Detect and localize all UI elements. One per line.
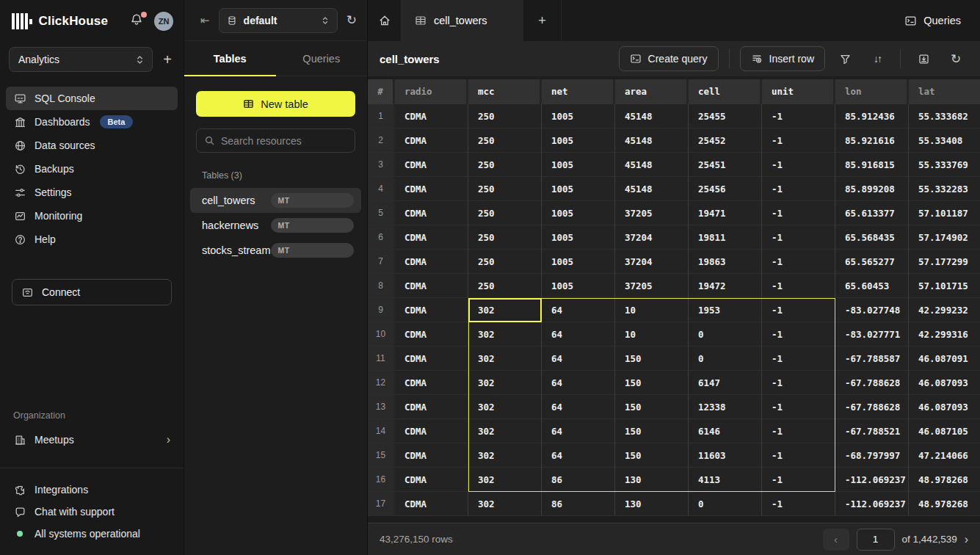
cell[interactable]: 55.333682 bbox=[909, 104, 980, 128]
row-number[interactable]: 2 bbox=[368, 128, 395, 153]
workspace-selector[interactable]: Analytics bbox=[9, 47, 153, 72]
cell[interactable]: 11603 bbox=[689, 443, 762, 468]
cell[interactable]: -1 bbox=[762, 274, 835, 298]
search-resources-input[interactable]: Search resources bbox=[196, 128, 355, 153]
cell[interactable]: 10 bbox=[615, 322, 689, 347]
cell[interactable]: 1005 bbox=[542, 274, 615, 298]
row-number[interactable]: 7 bbox=[368, 250, 395, 274]
sort-button[interactable]: ↓↑ bbox=[865, 46, 890, 71]
column-header-lon[interactable]: lon bbox=[835, 79, 909, 104]
add-workspace-button[interactable]: + bbox=[163, 51, 172, 68]
cell[interactable]: CDMA bbox=[395, 128, 468, 153]
new-table-button[interactable]: New table bbox=[196, 91, 355, 117]
cell[interactable]: 25452 bbox=[689, 128, 762, 153]
cell[interactable]: 46.087093 bbox=[909, 395, 980, 419]
column-header-radio[interactable]: radio bbox=[395, 79, 468, 104]
row-number[interactable]: 1 bbox=[368, 104, 395, 128]
cell[interactable]: -1 bbox=[762, 250, 835, 274]
cell[interactable]: 85.921616 bbox=[835, 128, 909, 153]
cell[interactable]: 86 bbox=[542, 492, 615, 516]
cell[interactable]: CDMA bbox=[395, 153, 468, 177]
cell[interactable]: 57.101187 bbox=[909, 201, 980, 225]
cell[interactable]: -83.027748 bbox=[835, 298, 909, 322]
tab-queries[interactable]: Queries bbox=[276, 41, 368, 76]
sidebar-item-dashboards[interactable]: Dashboards Beta bbox=[6, 110, 178, 134]
cell[interactable]: -1 bbox=[762, 298, 835, 322]
database-selector[interactable]: default bbox=[219, 8, 338, 33]
cell[interactable]: 64 bbox=[542, 322, 615, 347]
cell[interactable]: 42.299232 bbox=[909, 298, 980, 322]
row-number[interactable]: 8 bbox=[368, 274, 395, 298]
cell[interactable]: 55.332283 bbox=[909, 177, 980, 201]
cell[interactable]: 55.333769 bbox=[909, 153, 980, 177]
cell[interactable]: -67.788587 bbox=[835, 347, 909, 371]
cell[interactable]: 250 bbox=[468, 128, 542, 153]
cell[interactable]: 45148 bbox=[615, 177, 689, 201]
sidebar-item-sql-console[interactable]: SQL Console bbox=[6, 87, 178, 110]
cell[interactable]: 46.087093 bbox=[909, 371, 980, 395]
cell[interactable]: -1 bbox=[762, 153, 835, 177]
sidebar-item-meetups[interactable]: Meetups › bbox=[6, 428, 178, 451]
collapse-panel-button[interactable]: ⇤ bbox=[200, 14, 210, 27]
cell[interactable]: 130 bbox=[615, 468, 689, 492]
cell[interactable]: 302 bbox=[468, 322, 542, 347]
cell[interactable]: -1 bbox=[762, 201, 835, 225]
queries-button[interactable]: Queries bbox=[885, 0, 980, 41]
sidebar-item-help[interactable]: Help bbox=[6, 228, 178, 251]
cell[interactable]: 19811 bbox=[689, 225, 762, 250]
row-number[interactable]: 3 bbox=[368, 153, 395, 177]
column-header-index[interactable]: # bbox=[368, 79, 395, 104]
cell[interactable]: CDMA bbox=[395, 225, 468, 250]
cell[interactable]: -83.027771 bbox=[835, 322, 909, 347]
column-header-unit[interactable]: unit bbox=[762, 79, 835, 104]
cell[interactable]: CDMA bbox=[395, 347, 468, 371]
cell[interactable]: CDMA bbox=[395, 250, 468, 274]
download-button[interactable] bbox=[911, 46, 936, 71]
sidebar-item-chat-support[interactable]: Chat with support bbox=[6, 501, 178, 523]
row-number[interactable]: 12 bbox=[368, 371, 395, 395]
cell[interactable]: -1 bbox=[762, 225, 835, 250]
cell[interactable]: 47.214066 bbox=[909, 443, 980, 468]
cell[interactable]: 37204 bbox=[615, 225, 689, 250]
cell[interactable]: 37205 bbox=[615, 201, 689, 225]
cell[interactable]: CDMA bbox=[395, 104, 468, 128]
cell[interactable]: 0 bbox=[689, 322, 762, 347]
cell[interactable]: 64 bbox=[542, 395, 615, 419]
table-item-cell-towers[interactable]: cell_towers MT bbox=[190, 188, 361, 213]
cell[interactable]: 250 bbox=[468, 104, 542, 128]
cell[interactable]: 19863 bbox=[689, 250, 762, 274]
table-item-hackernews[interactable]: hackernews MT bbox=[190, 213, 361, 238]
cell[interactable]: 64 bbox=[542, 443, 615, 468]
cell[interactable]: 302 bbox=[468, 468, 542, 492]
previous-page-button[interactable]: ‹ bbox=[823, 529, 849, 551]
column-header-mcc[interactable]: mcc bbox=[468, 79, 542, 104]
cell[interactable]: 0 bbox=[689, 492, 762, 516]
cell[interactable]: 25455 bbox=[689, 104, 762, 128]
cell[interactable]: CDMA bbox=[395, 395, 468, 419]
cell[interactable]: -1 bbox=[762, 443, 835, 468]
cell[interactable]: 250 bbox=[468, 274, 542, 298]
tab-cell-towers-main[interactable]: cell_towers bbox=[402, 0, 523, 41]
cell[interactable]: -112.069237 bbox=[835, 468, 909, 492]
cell[interactable]: 19472 bbox=[689, 274, 762, 298]
notifications-button[interactable] bbox=[129, 12, 147, 30]
cell[interactable]: 45148 bbox=[615, 153, 689, 177]
column-header-cell[interactable]: cell bbox=[689, 79, 762, 104]
filter-button[interactable] bbox=[832, 46, 857, 71]
cell[interactable]: 64 bbox=[542, 419, 615, 443]
cell[interactable]: 302 bbox=[468, 395, 542, 419]
cell[interactable]: -1 bbox=[762, 371, 835, 395]
cell[interactable]: -1 bbox=[762, 177, 835, 201]
cell[interactable]: CDMA bbox=[395, 201, 468, 225]
page-input[interactable]: 1 bbox=[857, 529, 895, 551]
cell[interactable]: 250 bbox=[468, 201, 542, 225]
cell[interactable]: -1 bbox=[762, 104, 835, 128]
cell[interactable]: 1005 bbox=[542, 250, 615, 274]
cell[interactable]: 64 bbox=[542, 371, 615, 395]
cell[interactable]: -67.788628 bbox=[835, 371, 909, 395]
cell[interactable]: 0 bbox=[689, 347, 762, 371]
cell[interactable]: 46.087091 bbox=[909, 347, 980, 371]
new-tab-button[interactable]: + bbox=[523, 0, 562, 41]
cell[interactable]: 150 bbox=[615, 395, 689, 419]
cell[interactable]: 19471 bbox=[689, 201, 762, 225]
